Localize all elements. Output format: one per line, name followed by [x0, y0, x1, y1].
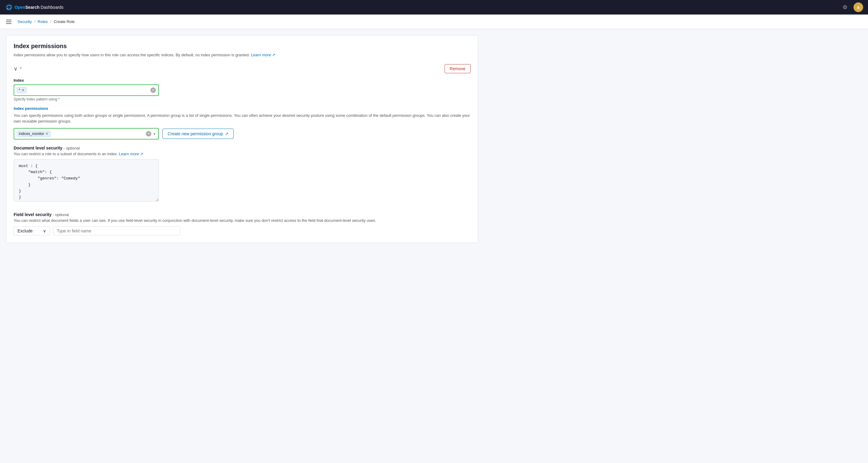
breadcrumb-roles[interactable]: Roles: [38, 19, 48, 24]
permissions-text-input[interactable]: [52, 131, 144, 136]
settings-button[interactable]: ⚙: [840, 2, 850, 12]
clear-index-button[interactable]: ✕: [150, 88, 156, 93]
breadcrumb-sep-2: /: [50, 19, 52, 24]
settings-icon: ⚙: [843, 4, 847, 10]
svg-point-2: [7, 8, 8, 9]
document-learn-more-link[interactable]: Learn more ↗: [119, 152, 144, 156]
app-logo[interactable]: OpenSearch Dashboards: [5, 3, 64, 11]
breadcrumb-sep-1: /: [34, 19, 35, 24]
field-security-section: Field level security - optional You can …: [13, 212, 471, 236]
clear-icon: ✕: [150, 88, 156, 93]
tag-remove-button[interactable]: ✕: [22, 88, 25, 92]
document-security-desc: You can restrict a role to a subset of d…: [13, 152, 471, 156]
permissions-description: You can specify permissions using both a…: [13, 113, 471, 124]
permissions-label[interactable]: Index permissions: [13, 106, 471, 111]
collapse-button[interactable]: ∨: [13, 65, 18, 72]
svg-point-0: [5, 4, 13, 11]
index-tag: * ✕: [17, 87, 27, 93]
svg-point-1: [10, 5, 11, 6]
chevron-down-icon: ∨: [153, 132, 156, 136]
section-title: Index permissions: [13, 43, 471, 50]
breadcrumb-security[interactable]: Security: [18, 19, 32, 24]
index-section-header: ∨ * Remove: [13, 64, 471, 73]
breadcrumb-create-role: Create Role: [54, 19, 74, 24]
external-link-icon: ↗: [225, 131, 228, 136]
external-link-icon: ↗: [272, 53, 275, 57]
remove-button[interactable]: Remove: [444, 64, 471, 73]
document-security-editor-wrap: must : { "match": { "genres": "Comedy" }…: [13, 159, 159, 203]
field-security-row: Exclude ∨: [13, 226, 471, 236]
index-hint: Specify index pattern using *: [13, 97, 471, 101]
top-navigation: OpenSearch Dashboards ⚙ a: [0, 0, 868, 14]
learn-more-link[interactable]: Learn more ↗: [251, 53, 275, 57]
permission-tag: indices_monitor ✕: [17, 131, 51, 137]
index-permissions-card: Index permissions Index permissions allo…: [6, 35, 478, 243]
user-avatar[interactable]: a: [854, 2, 863, 12]
index-asterisk: *: [20, 66, 22, 71]
exclude-dropdown[interactable]: Exclude ∨: [13, 226, 50, 236]
document-security-editor[interactable]: must : { "match": { "genres": "Comedy" }…: [13, 159, 159, 202]
chevron-down-icon: ∨: [13, 65, 18, 72]
create-permission-group-button[interactable]: Create new permission group ↗: [162, 129, 234, 139]
clear-permissions-button[interactable]: ✕: [146, 131, 151, 136]
document-security-section: Document level security - optional You c…: [13, 146, 471, 203]
menu-toggle-button[interactable]: [5, 19, 13, 25]
index-label: Index: [13, 78, 471, 83]
permissions-row: indices_monitor ✕ ✕ ∨ Create new permiss…: [13, 128, 471, 140]
field-security-title: Field level security - optional: [13, 212, 471, 217]
breadcrumb-bar: Security / Roles / Create Role: [0, 14, 868, 29]
exclude-chevron-icon: ∨: [43, 228, 46, 233]
app-name: OpenSearch Dashboards: [14, 5, 64, 10]
clear-permissions-icon: ✕: [146, 131, 151, 136]
field-name-input[interactable]: [53, 226, 180, 236]
document-security-title: Document level security - optional: [13, 146, 471, 150]
external-link-icon-2: ↗: [140, 152, 144, 156]
field-security-desc: You can restrict what document fields a …: [13, 218, 471, 223]
section-description: Index permissions allow you to specify h…: [13, 52, 471, 58]
permission-tag-remove[interactable]: ✕: [45, 132, 49, 135]
index-input[interactable]: * ✕ ✕: [13, 85, 159, 96]
permissions-input[interactable]: indices_monitor ✕ ✕ ∨: [13, 128, 159, 140]
exclude-label: Exclude: [18, 228, 33, 233]
permissions-dropdown-button[interactable]: ∨: [153, 132, 156, 136]
